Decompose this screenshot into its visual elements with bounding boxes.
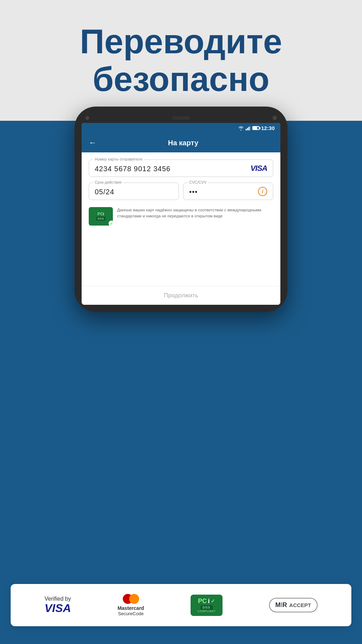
signal-icon xyxy=(246,126,251,130)
mastercard-secure-badge: Mastercard SecureCode xyxy=(117,594,144,616)
back-button[interactable]: ← xyxy=(89,138,97,147)
card-number-value: 4234 5678 9012 3456 xyxy=(95,165,171,173)
phone-speaker xyxy=(172,116,190,120)
verified-by-text: Verified by xyxy=(44,596,71,602)
wifi-icon xyxy=(238,126,244,130)
expiry-value: 05/24 xyxy=(95,188,173,196)
main-title: Переводитебезопасно xyxy=(80,23,282,98)
screen-spacer xyxy=(89,229,273,279)
security-badges-panel: Verified by VISA Mastercard SecureCode P… xyxy=(11,584,351,626)
battery-fill xyxy=(253,127,258,129)
screen-title: На карту xyxy=(104,139,263,147)
phone-top-bar xyxy=(82,114,280,123)
mastercard-label: Mastercard xyxy=(117,605,144,611)
pci-badge-text: PCi xyxy=(98,212,104,216)
status-time: 12:30 xyxy=(261,125,275,131)
svg-rect-0 xyxy=(246,129,247,130)
mastercard-circles xyxy=(123,594,139,604)
card-number-field[interactable]: Номер карты отправителя 4234 5678 9012 3… xyxy=(89,159,273,177)
mir-accept-badge: MIR ACCEPT xyxy=(269,598,318,612)
expiry-field[interactable]: Срок действия 05/24 xyxy=(89,183,179,200)
app-header: ← На карту xyxy=(82,133,280,152)
info-icon[interactable]: i xyxy=(258,187,267,196)
pci-section: PCi DSS ✓ Данные ваших карт надёжно защи… xyxy=(89,206,273,229)
status-bar: 12:30 xyxy=(82,123,280,133)
svg-rect-2 xyxy=(248,127,249,130)
phone-sensor xyxy=(273,116,277,120)
cvc-value: ••• xyxy=(189,188,198,196)
screen-content: Номер карты отправителя 4234 5678 9012 3… xyxy=(82,152,280,286)
continue-section[interactable]: Продолжить xyxy=(82,286,280,305)
phone-screen: 12:30 ← На карту Номер карты отправителя… xyxy=(82,123,280,305)
securecode-label: SecureCode xyxy=(118,611,143,616)
mir-logo-text: MIR xyxy=(275,601,287,609)
cvc-row: ••• i xyxy=(189,186,267,196)
pci-compliant-text: COMPLIANT xyxy=(197,610,215,613)
pci-bottom-check: ✓ xyxy=(211,599,215,604)
battery-icon xyxy=(252,126,259,130)
status-icons: 12:30 xyxy=(238,125,275,131)
pci-badge: PCi DSS ✓ xyxy=(89,207,113,226)
accept-text: ACCEPT xyxy=(289,602,311,608)
dss-label: DSS xyxy=(96,217,105,221)
pci-description: Данные ваших карт надёжно защищены в соо… xyxy=(117,207,273,220)
top-section: Переводитебезопасно xyxy=(0,0,362,121)
mc-circle-yellow xyxy=(129,594,139,604)
cvc-field[interactable]: CVC/CVV ••• i xyxy=(183,183,273,200)
phone-mockup: 12:30 ← На карту Номер карты отправителя… xyxy=(75,107,287,312)
pci-checkmark: ✓ xyxy=(109,221,114,226)
verified-by-visa-badge: Verified by VISA xyxy=(44,596,71,615)
continue-label: Продолжить xyxy=(164,292,198,299)
cvc-label: CVC/CVV xyxy=(188,180,208,184)
pci-dss-bottom-badge: PCi ✓ DSS COMPLIANT xyxy=(191,595,223,616)
pci-dss-bottom-label: DSS xyxy=(201,605,213,610)
pci-bottom-text: PCi ✓ xyxy=(198,598,215,604)
expiry-cvc-row: Срок действия 05/24 CVC/CVV ••• i xyxy=(89,183,273,200)
card-number-label: Номер карты отправителя xyxy=(93,157,144,161)
svg-rect-3 xyxy=(250,126,251,130)
svg-rect-1 xyxy=(247,128,248,130)
visa-logo-badge: VISA xyxy=(44,602,71,615)
visa-card-logo: VISA xyxy=(251,164,267,173)
phone-body: 12:30 ← На карту Номер карты отправителя… xyxy=(75,107,287,312)
card-number-row: 4234 5678 9012 3456 VISA xyxy=(95,163,267,173)
phone-camera xyxy=(85,116,89,120)
expiry-label: Срок действия xyxy=(93,180,123,184)
